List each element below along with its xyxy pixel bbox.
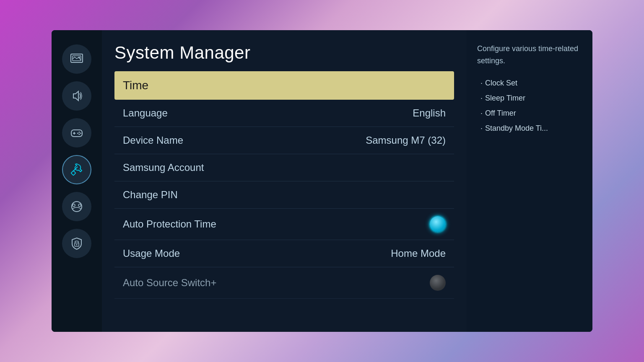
menu-item-device-name[interactable]: Device Name Samsung M7 (32) (114, 127, 454, 154)
svg-point-12 (73, 204, 75, 207)
menu-item-time-label: Time (123, 79, 148, 92)
game-icon (70, 126, 83, 140)
sidebar-item-game[interactable] (62, 118, 91, 147)
menu-item-language-value: English (413, 107, 446, 119)
auto-protection-toggle[interactable] (430, 216, 446, 232)
help-list: Clock Set Sleep Timer Off Timer Standby … (477, 75, 582, 136)
tv-frame: System Manager Time Language English Dev… (52, 30, 592, 332)
menu-item-usage-mode-value: Home Mode (391, 248, 446, 259)
svg-point-6 (79, 132, 80, 133)
menu-item-usage-mode[interactable]: Usage Mode Home Mode (114, 240, 454, 267)
menu-item-device-name-label: Device Name (123, 134, 183, 146)
help-list-item-1: Sleep Timer (477, 90, 582, 106)
menu-item-time[interactable]: Time (114, 71, 454, 100)
main-content: System Manager Time Language English Dev… (102, 30, 467, 332)
right-panel: Configure various time-related settings.… (467, 30, 592, 332)
sidebar (52, 30, 102, 332)
sidebar-item-privacy[interactable] (62, 229, 91, 258)
menu-item-language-label: Language (123, 107, 168, 119)
menu-item-change-pin[interactable]: Change PIN (114, 181, 454, 209)
menu-item-auto-source-switch-label: Auto Source Switch+ (123, 277, 216, 289)
sidebar-item-picture[interactable] (62, 44, 91, 74)
svg-point-7 (80, 133, 81, 134)
svg-point-8 (77, 133, 78, 134)
auto-source-switch-toggle[interactable] (430, 275, 446, 291)
picture-icon (70, 52, 83, 66)
wrench-icon (70, 163, 83, 176)
menu-item-device-name-value: Samsung M7 (32) (366, 134, 446, 146)
menu-item-usage-mode-label: Usage Mode (123, 248, 180, 259)
sound-icon (70, 89, 83, 103)
menu-item-change-pin-label: Change PIN (123, 189, 178, 201)
menu-item-auto-source-switch[interactable]: Auto Source Switch+ (114, 267, 454, 299)
help-list-item-2: Off Timer (477, 106, 582, 121)
page-title: System Manager (114, 43, 454, 63)
support-icon (70, 200, 83, 213)
sidebar-item-system[interactable] (62, 155, 91, 184)
svg-point-9 (79, 134, 80, 135)
menu-item-auto-protection-label: Auto Protection Time (123, 218, 216, 230)
menu-item-samsung-account[interactable]: Samsung Account (114, 154, 454, 181)
svg-point-13 (78, 204, 81, 207)
shield-lock-icon (70, 237, 83, 250)
menu-list: Time Language English Device Name Samsun… (114, 71, 454, 332)
help-description: Configure various time-related settings. (477, 43, 582, 67)
menu-item-samsung-account-label: Samsung Account (123, 162, 204, 173)
svg-point-2 (78, 57, 80, 58)
help-list-item-0: Clock Set (477, 75, 582, 90)
menu-item-auto-protection[interactable]: Auto Protection Time (114, 209, 454, 240)
svg-point-15 (76, 244, 78, 246)
sidebar-item-support[interactable] (62, 192, 91, 221)
sidebar-item-sound[interactable] (62, 81, 91, 111)
help-list-item-3: Standby Mode Ti... (477, 121, 582, 136)
menu-item-language[interactable]: Language English (114, 100, 454, 127)
